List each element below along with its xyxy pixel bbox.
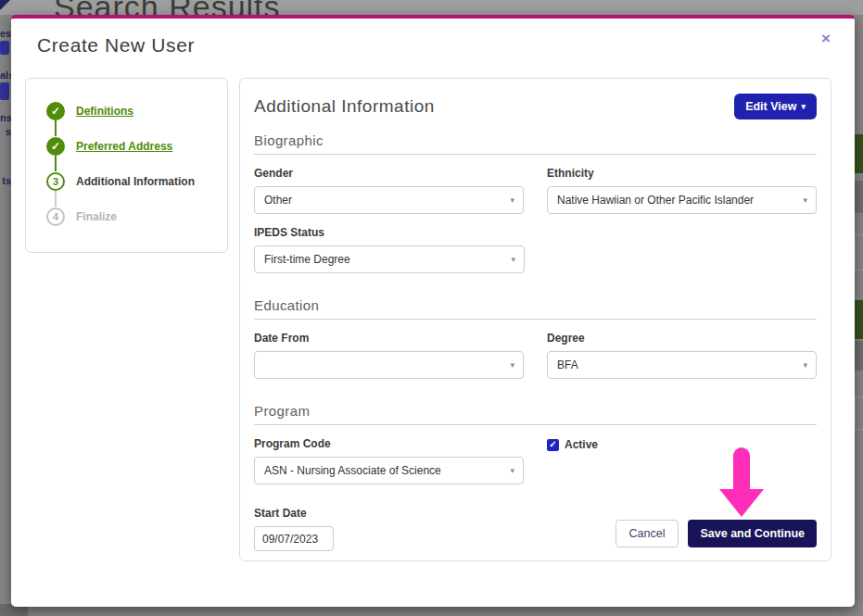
section-title-biographic: Biographic	[254, 132, 817, 155]
ipeds-status-field-group: IPEDS Status First-time Degree ▾	[254, 214, 525, 273]
panel-title: Additional Information	[254, 94, 435, 117]
program-code-value: ASN - Nursing Associate of Science	[264, 464, 441, 477]
edit-view-label: Edit View	[745, 100, 796, 113]
active-checkbox[interactable]: ✓	[547, 439, 559, 451]
ethnicity-field-group: Ethnicity Native Hawiian or Other Pacifi…	[547, 155, 817, 214]
chevron-down-icon: ▾	[803, 195, 807, 205]
degree-value: BFA	[557, 358, 578, 371]
gender-value: Other	[264, 194, 292, 207]
ethnicity-label: Ethnicity	[547, 167, 817, 180]
chevron-down-icon: ▾	[801, 103, 806, 111]
stepper-step-label: Additional Information	[76, 175, 195, 188]
ethnicity-value: Native Hawiian or Other Pacific Islander	[557, 194, 754, 207]
form-row: Gender Other ▾ Ethnicity Native Hawiian …	[254, 155, 817, 214]
chevron-down-icon: ▾	[803, 360, 807, 370]
background-page-title: Search Results	[54, 0, 281, 15]
form-row: Program Code ASN - Nursing Associate of …	[254, 425, 817, 484]
step-upcoming-circle: 4	[46, 207, 65, 226]
gender-label: Gender	[254, 167, 524, 180]
ipeds-status-value: First-time Degree	[264, 253, 350, 266]
chevron-down-icon: ▾	[510, 466, 514, 475]
background-green-button	[855, 134, 863, 173]
annotation-arrow-icon	[733, 447, 750, 491]
form-row: Date From ▾ Degree BFA ▾	[254, 320, 817, 379]
background-outline-field	[855, 396, 863, 430]
step-complete-circle: ✓	[46, 102, 65, 120]
program-code-field-group: Program Code ASN - Nursing Associate of …	[254, 425, 524, 484]
active-field-group: ✓ Active	[547, 425, 817, 484]
step-current-circle: 3	[46, 172, 65, 191]
background-sidebar-fragment: s	[0, 126, 11, 137]
stepper-step-label: Finalize	[76, 210, 117, 223]
ipeds-status-select[interactable]: First-time Degree ▾	[254, 245, 525, 273]
stepper-step-label[interactable]: Definitions	[76, 105, 133, 118]
step-complete-circle: ✓	[46, 137, 65, 156]
stepper-connector	[55, 156, 57, 171]
background-gray-button	[855, 341, 863, 371]
form-row: IPEDS Status First-time Degree ▾	[254, 214, 817, 273]
check-icon: ✓	[51, 140, 60, 153]
create-new-user-modal: Create New User × ✓ Definitions ✓ Prefer…	[11, 15, 855, 607]
background-sidebar-icon	[0, 0, 10, 10]
chevron-down-icon: ▾	[510, 360, 514, 370]
gender-select[interactable]: Other ▾	[254, 186, 524, 214]
stepper-step-label[interactable]: Preferred Address	[76, 140, 172, 153]
active-label: Active	[565, 438, 598, 451]
program-code-select[interactable]: ASN - Nursing Associate of Science ▾	[254, 457, 524, 484]
program-code-label: Program Code	[254, 437, 524, 450]
chevron-down-icon: ▾	[510, 195, 514, 205]
annotation-arrow-icon	[719, 489, 764, 517]
start-date-input[interactable]	[254, 526, 334, 551]
stepper-connector	[55, 191, 57, 207]
stepper-step-definitions[interactable]: ✓ Definitions	[46, 101, 227, 120]
panel-header: Additional Information Edit View ▾	[254, 94, 817, 119]
stepper-step-finalize: 4 Finalize	[46, 207, 227, 226]
background-sidebar-fragment: ns	[0, 112, 11, 123]
section-title-program: Program	[254, 403, 817, 425]
degree-label: Degree	[547, 332, 817, 345]
stepper-step-preferred-address[interactable]: ✓ Preferred Address	[46, 136, 227, 156]
background-page-topband: Search Results	[0, 0, 863, 15]
background-sidebar-fragment: es	[0, 28, 11, 39]
chevron-down-icon: ▾	[511, 255, 515, 264]
stepper-step-additional-information: 3 Additional Information	[46, 171, 227, 191]
active-checkbox-row: ✓ Active	[547, 438, 817, 451]
gender-field-group: Gender Other ▾	[254, 155, 524, 214]
close-icon[interactable]: ×	[821, 31, 831, 46]
background-outline-field	[855, 234, 863, 270]
degree-select[interactable]: BFA ▾	[547, 351, 817, 379]
modal-title: Create New User	[37, 34, 195, 57]
date-from-label: Date From	[254, 332, 524, 345]
save-and-continue-button[interactable]: Save and Continue	[688, 520, 817, 547]
background-sidebar-icon	[0, 41, 9, 55]
background-green-button	[855, 300, 863, 339]
cancel-button[interactable]: Cancel	[616, 520, 679, 547]
check-icon: ✓	[549, 440, 556, 449]
background-sidebar-icon	[0, 82, 9, 100]
stepper-connector	[55, 120, 57, 136]
ethnicity-select[interactable]: Native Hawiian or Other Pacific Islander…	[547, 186, 817, 214]
edit-view-button[interactable]: Edit View ▾	[734, 94, 817, 119]
wizard-stepper: ✓ Definitions ✓ Preferred Address 3 Addi…	[25, 78, 228, 253]
degree-field-group: Degree BFA ▾	[547, 320, 817, 379]
ipeds-status-label: IPEDS Status	[254, 226, 525, 239]
background-sidebar-fragment: als	[0, 69, 11, 81]
date-from-field-group: Date From ▾	[254, 320, 524, 379]
panel-footer: Cancel Save and Continue	[616, 520, 817, 547]
check-icon: ✓	[51, 105, 60, 118]
background-sidebar-fragment: ts	[0, 175, 11, 186]
section-title-education: Education	[254, 297, 817, 320]
date-from-select[interactable]: ▾	[254, 351, 524, 379]
background-gray-button	[855, 181, 863, 213]
